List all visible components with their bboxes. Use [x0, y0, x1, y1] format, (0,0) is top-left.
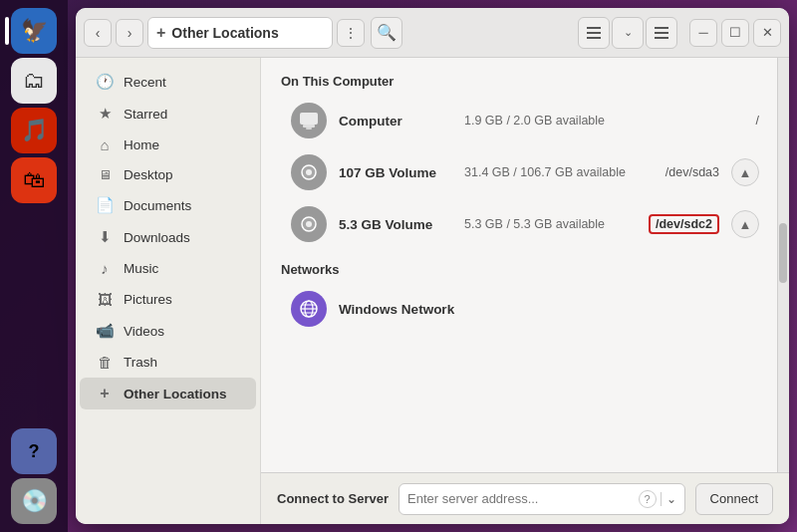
volume-5-name: 5.3 GB Volume [339, 217, 448, 232]
svg-rect-2 [587, 37, 601, 39]
scrollbar-thumb[interactable] [779, 223, 787, 283]
trash-icon: 🗑 [96, 354, 114, 371]
forward-button[interactable]: › [116, 19, 143, 47]
svg-rect-6 [300, 113, 318, 125]
maximize-button[interactable]: ☐ [721, 19, 749, 47]
volume-5-path: /dev/sdc2 [649, 214, 719, 234]
menu-button[interactable]: ⋮ [337, 19, 365, 47]
main-scroll-area: On This Computer Computer 1.9 GB / 2.0 G… [261, 58, 789, 472]
volume-107-info: 107 GB Volume 31.4 GB / 106.7 GB availab… [339, 165, 719, 180]
volume-5-eject-button[interactable]: ▲ [731, 210, 759, 238]
taskbar-music[interactable]: 🎵 [11, 108, 57, 153]
connect-label: Connect to Server [277, 491, 389, 506]
list-view-button[interactable] [578, 17, 610, 49]
taskbar-disk[interactable]: 💿 [11, 478, 57, 524]
sidebar-item-trash-label: Trash [124, 355, 157, 370]
taskbar-mail[interactable]: 🦅 [11, 8, 57, 54]
file-manager-window: ‹ › + Other Locations ⋮ 🔍 ⌄ ─ ☐ ✕ � [76, 8, 789, 524]
sidebar-item-pictures[interactable]: 🖼 Pictures [80, 284, 256, 315]
desktop-icon: 🖥 [96, 167, 114, 182]
sidebar-item-desktop[interactable]: 🖥 Desktop [80, 160, 256, 189]
taskbar-help[interactable]: ? [11, 428, 57, 474]
svg-rect-4 [655, 32, 668, 34]
svg-rect-1 [587, 32, 601, 34]
sidebar-item-trash[interactable]: 🗑 Trash [80, 347, 256, 378]
svg-rect-7 [303, 125, 315, 128]
computer-name: Computer [339, 114, 448, 129]
computer-path: / [756, 114, 759, 128]
sidebar: 🕐 Recent ★ Starred ⌂ Home 🖥 Desktop 📄 Do… [76, 58, 261, 524]
window-controls: ─ ☐ ✕ [689, 19, 781, 47]
sidebar-item-desktop-label: Desktop [124, 167, 173, 182]
volume-5-drive-icon [291, 206, 327, 242]
sidebar-item-videos-label: Videos [124, 324, 164, 339]
location-bar[interactable]: + Other Locations [147, 17, 333, 49]
sidebar-item-other-locations-label: Other Locations [124, 387, 227, 401]
svg-point-12 [306, 221, 312, 227]
svg-rect-0 [587, 27, 601, 29]
sidebar-item-music[interactable]: ♪ Music [80, 253, 256, 284]
connect-bar: Connect to Server ? ⌄ Connect [261, 472, 789, 524]
volume-107-name: 107 GB Volume [339, 165, 448, 180]
downloads-icon: ⬇ [96, 228, 114, 246]
sidebar-item-recent[interactable]: 🕐 Recent [80, 66, 256, 98]
taskbar-software[interactable]: 🛍 [11, 157, 57, 203]
sidebar-item-documents[interactable]: 📄 Documents [80, 189, 256, 221]
volume-107-path: /dev/sda3 [665, 165, 719, 179]
taskbar-files[interactable]: 🗂 [11, 58, 57, 104]
connect-dropdown-icon[interactable]: ⌄ [661, 492, 676, 506]
recent-icon: 🕐 [96, 73, 114, 91]
location-plus-icon: + [156, 24, 165, 42]
view-chevron-button[interactable]: ⌄ [612, 17, 644, 49]
server-address-input[interactable] [407, 491, 635, 506]
other-locations-icon: + [96, 385, 114, 402]
sidebar-item-music-label: Music [124, 261, 158, 276]
minimize-button[interactable]: ─ [689, 19, 717, 47]
sidebar-item-home-label: Home [124, 137, 159, 152]
scrollbar-track [777, 58, 789, 472]
sidebar-item-other-locations[interactable]: + Other Locations [80, 378, 256, 409]
windows-network-info: Windows Network [339, 302, 759, 317]
volume-107-eject-button[interactable]: ▲ [731, 158, 759, 186]
windows-network-name: Windows Network [339, 302, 454, 317]
connect-input-wrap: ? ⌄ [398, 483, 685, 515]
pictures-icon: 🖼 [96, 291, 114, 308]
volume-107-drive-icon [291, 154, 327, 190]
connect-button[interactable]: Connect [695, 483, 773, 515]
sidebar-item-downloads-label: Downloads [124, 230, 190, 245]
view-buttons: ⌄ [578, 17, 677, 49]
sidebar-item-documents-label: Documents [124, 198, 191, 213]
titlebar: ‹ › + Other Locations ⋮ 🔍 ⌄ ─ ☐ ✕ [76, 8, 789, 58]
volume-107-size: 31.4 GB / 106.7 GB available [464, 165, 650, 179]
sidebar-item-downloads[interactable]: ⬇ Downloads [80, 221, 256, 253]
music-icon: ♪ [96, 260, 114, 277]
main-panel: On This Computer Computer 1.9 GB / 2.0 G… [261, 58, 789, 524]
location-volume-5[interactable]: 5.3 GB Volume 5.3 GB / 5.3 GB available … [281, 198, 769, 250]
search-button[interactable]: 🔍 [371, 17, 402, 49]
sidebar-item-recent-label: Recent [124, 75, 166, 90]
connect-help-icon[interactable]: ? [639, 490, 657, 508]
back-button[interactable]: ‹ [84, 19, 112, 47]
svg-rect-3 [655, 27, 668, 29]
computer-info: Computer 1.9 GB / 2.0 GB available / [339, 114, 759, 129]
view-menu-button[interactable] [646, 17, 677, 49]
windows-network-icon [291, 291, 327, 327]
content-area: 🕐 Recent ★ Starred ⌂ Home 🖥 Desktop 📄 Do… [76, 58, 789, 524]
location-windows-network[interactable]: Windows Network [281, 283, 769, 335]
computer-size: 1.9 GB / 2.0 GB available [464, 114, 740, 128]
close-button[interactable]: ✕ [753, 19, 781, 47]
videos-icon: 📹 [96, 322, 114, 340]
sidebar-item-videos[interactable]: 📹 Videos [80, 315, 256, 347]
sidebar-item-home[interactable]: ⌂ Home [80, 130, 256, 160]
sidebar-item-starred[interactable]: ★ Starred [80, 98, 256, 130]
starred-icon: ★ [96, 105, 114, 123]
sidebar-item-pictures-label: Pictures [124, 292, 172, 307]
location-volume-107[interactable]: 107 GB Volume 31.4 GB / 106.7 GB availab… [281, 146, 769, 198]
location-text: Other Locations [171, 25, 278, 41]
sidebar-item-starred-label: Starred [124, 107, 167, 122]
location-computer[interactable]: Computer 1.9 GB / 2.0 GB available / [281, 95, 769, 146]
taskbar: 🦅 🗂 🎵 🛍 ? 💿 [0, 0, 68, 532]
volume-5-size: 5.3 GB / 5.3 GB available [464, 217, 633, 231]
section-computer-title: On This Computer [281, 74, 769, 89]
section-networks-title: Networks [281, 262, 769, 277]
